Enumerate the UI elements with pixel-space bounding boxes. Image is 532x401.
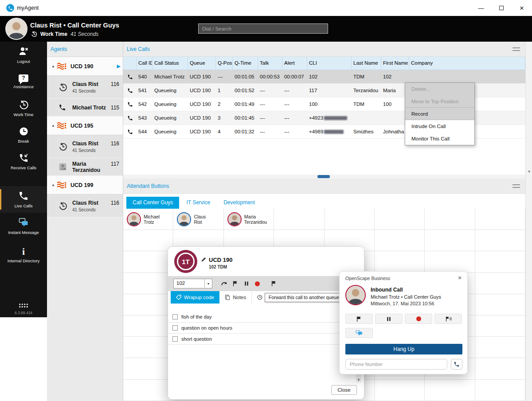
sidebar-item-label: Logout xyxy=(7,59,40,64)
splitter-handle[interactable] xyxy=(317,175,330,178)
wrapup-checkbox[interactable] xyxy=(172,314,178,319)
column-header[interactable]: Call ID xyxy=(137,57,153,70)
wrapup-checkbox[interactable] xyxy=(172,336,178,342)
panel-menu-icon[interactable] xyxy=(512,184,520,188)
dial-button[interactable] xyxy=(451,359,462,370)
sidebar-item-break[interactable]: Break xyxy=(0,121,47,148)
call-status: Queueing xyxy=(153,111,188,125)
instant-message-button[interactable] xyxy=(345,328,373,338)
agent-name: Maria Terzanidou xyxy=(72,161,111,173)
user-avatar[interactable] xyxy=(5,18,27,40)
contact-button-claus-rist[interactable]: ClausRist xyxy=(173,209,223,230)
sidebar-item-work-time[interactable]: Work Time xyxy=(0,95,47,121)
agent-row-maria-terzanidou[interactable]: Maria Terzanidou117 xyxy=(47,158,123,176)
column-header[interactable]: Last Name xyxy=(352,57,381,70)
record-button[interactable] xyxy=(252,278,263,289)
tab-development[interactable]: Development xyxy=(217,197,261,209)
contact-button-michael-trotz[interactable]: MichaelTrotz xyxy=(123,209,173,230)
sidebar-footer: 6.3.99.424 xyxy=(0,303,47,315)
wrapup-option[interactable]: question on open hours xyxy=(168,323,354,334)
queue-group-ucd-190[interactable]: ▲ UCD 190 ▶ xyxy=(47,57,123,76)
record-button[interactable] xyxy=(405,314,432,324)
q-pos: --- xyxy=(216,70,233,83)
sidebar-item-assistance[interactable]: ? Assistance xyxy=(0,68,47,95)
column-header[interactable]: Talk xyxy=(258,57,282,70)
q-pos: 1 xyxy=(216,84,233,97)
column-header[interactable]: Company xyxy=(409,57,525,70)
dial-search-input[interactable] xyxy=(198,23,328,34)
agent-row-claus-rist-195[interactable]: Claus Rist116 41 Seconds xyxy=(47,135,123,158)
column-header[interactable]: Call Status xyxy=(153,57,188,70)
agent-row-claus-rist-190[interactable]: Claus Rist116 41 Seconds xyxy=(47,76,123,99)
call-status: Michael Trotz xyxy=(153,70,188,83)
minimize-button[interactable]: — xyxy=(471,0,491,16)
tree-expanded-icon[interactable]: ▲ xyxy=(51,183,56,187)
hold-button[interactable] xyxy=(241,278,252,289)
sidebar-item-label: Break xyxy=(7,139,40,144)
forward-to-queue-button[interactable] xyxy=(268,278,279,289)
hold-button[interactable] xyxy=(375,314,403,324)
close-button[interactable]: ✕ xyxy=(512,0,532,16)
column-header[interactable]: Q-Pos xyxy=(216,57,233,70)
work-time-icon xyxy=(19,100,29,110)
line-select[interactable]: 102 ▼ xyxy=(173,279,212,288)
dialog-close-button[interactable]: Close xyxy=(331,385,357,395)
instant-message-icon xyxy=(18,217,29,228)
call-icon xyxy=(127,115,133,121)
agent-status: Work Time 41 Seconds xyxy=(31,31,98,37)
tab-wrapup-code[interactable]: Wrapup code xyxy=(171,291,219,304)
more-functions-icon[interactable] xyxy=(18,303,29,309)
forward-button[interactable] xyxy=(345,314,373,324)
column-header[interactable]: CLI xyxy=(307,57,352,70)
vertical-scrollbar[interactable]: ▾ xyxy=(525,42,532,401)
menu-item-record[interactable]: Record xyxy=(405,108,474,120)
forward-button[interactable] xyxy=(230,278,241,289)
wrapup-option[interactable]: short question xyxy=(168,334,354,345)
queue-group-ucd-195[interactable]: ▲ UCD 195 xyxy=(47,117,123,135)
hang-up-button[interactable]: Hang Up xyxy=(345,344,462,354)
call-row[interactable]: 540 Michael Trotz UCD 190 --- 00:01:05 0… xyxy=(123,70,525,84)
sidebar-item-instant-message[interactable]: Instant Message xyxy=(0,213,47,239)
maximize-button[interactable] xyxy=(491,0,512,16)
work-time-state-icon xyxy=(59,83,67,92)
call-icon xyxy=(127,101,133,107)
agent-row-michael-trotz[interactable]: Michael Trotz115 xyxy=(47,99,123,117)
scroll-down-icon[interactable]: ▾ xyxy=(356,378,361,382)
column-header[interactable]: Q-Time xyxy=(233,57,258,70)
edit-icon[interactable] xyxy=(201,257,207,262)
scroll-down-icon[interactable]: ▾ xyxy=(526,169,532,174)
wrapup-option[interactable]: fish of the day xyxy=(168,311,354,323)
agent-name: Claus Rist xyxy=(72,200,98,206)
column-header[interactable]: Queue xyxy=(188,57,216,70)
call-status: Queueing xyxy=(153,84,188,97)
menu-item-intrude-on-call[interactable]: Intrude On Call xyxy=(405,120,474,132)
sidebar-item-internal-directory[interactable]: i Internal Directory xyxy=(0,239,47,271)
tree-expanded-icon[interactable]: ▲ xyxy=(51,124,56,128)
queue-name: UCD 195 xyxy=(70,123,93,129)
deflect-button[interactable] xyxy=(434,314,462,324)
tab-label: Notes xyxy=(233,295,246,300)
tree-expanded-icon[interactable]: ▲ xyxy=(51,64,56,68)
work-time-status-icon xyxy=(31,31,37,37)
pickup-button[interactable] xyxy=(219,278,230,289)
contact-button-maria-terzanidou[interactable]: MariaTerzanidou xyxy=(224,209,274,230)
tab-notes[interactable]: Notes xyxy=(219,291,252,304)
column-header[interactable]: Alert xyxy=(282,57,307,70)
sidebar-item-logout[interactable]: Logout xyxy=(0,42,47,68)
agent-row-claus-rist-199[interactable]: Claus Rist116 41 Seconds xyxy=(47,195,123,218)
tab-call-center-guys[interactable]: Call Center Guys xyxy=(126,197,179,209)
dropdown-arrow-icon[interactable]: ▼ xyxy=(204,279,212,288)
sidebar-item-receive-calls[interactable]: Receive Calls xyxy=(0,148,47,175)
panel-menu-icon[interactable] xyxy=(512,47,520,51)
wrapup-checkbox[interactable] xyxy=(172,325,178,331)
sidebar-item-live-calls[interactable]: Live Calls xyxy=(0,186,47,213)
alert: 00:00:07 xyxy=(282,70,307,83)
tab-it-service[interactable]: IT Service xyxy=(180,197,216,209)
queue-group-ucd-199[interactable]: ▲ UCD 199 xyxy=(47,176,123,195)
menu-item-monitor-this-call[interactable]: Monitor This Call xyxy=(405,132,474,145)
phone-number-input[interactable] xyxy=(345,359,447,370)
sidebar-item-label: Assistance xyxy=(7,84,40,89)
panel-splitter[interactable] xyxy=(123,175,525,179)
column-header[interactable]: First Name xyxy=(381,57,409,70)
toast-close-button[interactable]: ✕ xyxy=(456,274,463,281)
